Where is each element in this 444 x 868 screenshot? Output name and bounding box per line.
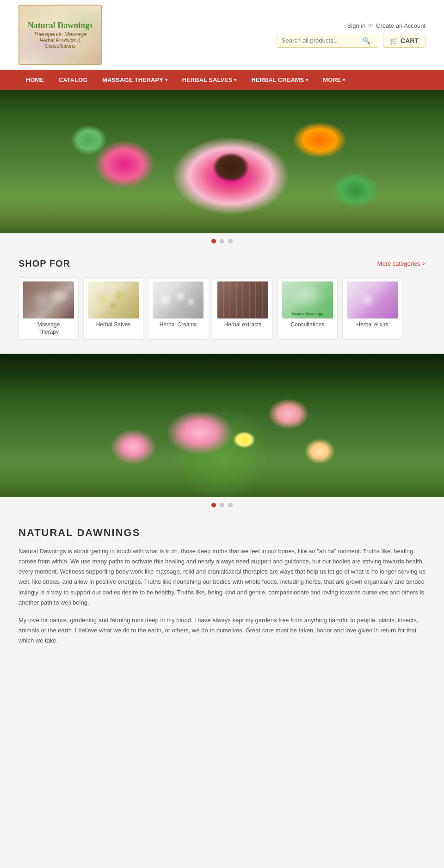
nav-item-salves[interactable]: HERBAL SALVES ▾ <box>175 70 244 90</box>
nav-creams-label: HERBAL CREAMS <box>251 76 304 83</box>
shop-grid: MassageTherapy Herbal Salves Herbal Crea… <box>18 277 426 340</box>
dot-1-3[interactable] <box>228 239 233 244</box>
shop-card-img-massage <box>23 281 74 318</box>
logo-subtitle3: Consultations <box>45 43 76 49</box>
shop-card-salves[interactable]: Herbal Salves <box>83 277 143 340</box>
search-cart-row: 🔍 🛒 CART <box>277 34 426 48</box>
cart-label: CART <box>401 37 419 44</box>
logo-subtitle1: Therapeutic Massage <box>33 31 86 37</box>
shop-card-consult[interactable]: Natural Dawnings Consultations <box>278 277 338 340</box>
hero-slider-2 <box>0 354 444 497</box>
search-input[interactable] <box>282 37 363 44</box>
nav-home-label: HOME <box>26 76 44 83</box>
search-icon[interactable]: 🔍 <box>363 37 370 44</box>
search-box: 🔍 <box>277 34 378 48</box>
shop-card-img-creams <box>153 281 204 318</box>
nav-item-catalog[interactable]: CATALOG <box>51 70 95 90</box>
auth-row: Sign in or Create an Account <box>347 22 426 29</box>
about-paragraph-2: My love for nature, gardening and farmin… <box>18 615 426 646</box>
cart-button[interactable]: 🛒 CART <box>383 34 426 48</box>
nav-item-creams[interactable]: HERBAL CREAMS ▾ <box>244 70 315 90</box>
dot-2-2[interactable] <box>220 503 224 507</box>
nav-item-more[interactable]: MORE ▾ <box>315 70 352 90</box>
nav-salves-label: HERBAL SALVES <box>182 76 233 83</box>
logo-subtitle2: Herbal Products & <box>39 37 80 43</box>
logo-title: Natural Dawnings <box>28 21 93 31</box>
nav-catalog-label: CATALOG <box>59 76 87 83</box>
dot-1-active[interactable] <box>211 239 216 244</box>
nav-massage-label: MASSAGE THERAPY <box>102 76 163 83</box>
create-account-link[interactable]: Create an Account <box>376 22 426 29</box>
nav-more-arrow: ▾ <box>343 77 345 82</box>
slider-dots-1 <box>0 233 444 249</box>
shop-card-massage[interactable]: MassageTherapy <box>18 277 79 340</box>
hero-slider <box>0 90 444 233</box>
shop-card-label-salves: Herbal Salves <box>96 321 131 329</box>
shop-card-img-elixirs <box>347 281 398 318</box>
more-categories-link[interactable]: More categories > <box>377 260 426 267</box>
auth-or: or <box>368 22 373 29</box>
dot-2-3[interactable] <box>228 503 233 507</box>
nav-creams-arrow: ▾ <box>306 77 308 82</box>
dot-2-active[interactable] <box>211 503 216 507</box>
shop-card-label-creams: Herbal Creams <box>160 321 197 329</box>
shop-card-label-elixirs: Herbal elixirs <box>356 321 388 329</box>
nav-massage-arrow: ▾ <box>165 77 167 82</box>
slider-dots-2 <box>0 497 444 513</box>
shop-card-label-massage: MassageTherapy <box>37 321 60 336</box>
shop-card-label-consult: Consultations <box>291 321 325 329</box>
shop-section: SHOP FOR More categories > MassageTherap… <box>0 249 444 354</box>
nav-item-home[interactable]: HOME <box>18 70 51 90</box>
shop-card-img-extracts <box>217 281 268 318</box>
dot-1-2[interactable] <box>220 239 224 244</box>
header: Natural Dawnings Therapeutic Massage Her… <box>0 0 444 70</box>
about-title: NATURAL DAWNINGS <box>18 527 426 539</box>
nav-salves-arrow: ▾ <box>234 77 236 82</box>
logo-area: Natural Dawnings Therapeutic Massage Her… <box>18 5 102 65</box>
signin-link[interactable]: Sign in <box>347 22 366 29</box>
shop-header: SHOP FOR More categories > <box>18 258 426 269</box>
logo-box: Natural Dawnings Therapeutic Massage Her… <box>18 5 102 65</box>
nav-more-label: MORE <box>323 76 341 83</box>
hero-image <box>0 90 444 233</box>
about-paragraph-1: Natural Dawnings is about getting in tou… <box>18 546 426 608</box>
shop-card-img-salves <box>88 281 139 318</box>
shop-card-extracts[interactable]: Herbal extracts <box>213 277 273 340</box>
shop-title: SHOP FOR <box>18 258 70 269</box>
hero2-image <box>0 354 444 497</box>
about-section: NATURAL DAWNINGS Natural Dawnings is abo… <box>0 513 444 669</box>
cart-icon: 🛒 <box>390 37 398 44</box>
header-right: Sign in or Create an Account 🔍 🛒 CART <box>277 22 426 48</box>
shop-card-label-extracts: Herbal extracts <box>224 321 262 329</box>
navigation: HOME CATALOG MASSAGE THERAPY ▾ HERBAL SA… <box>0 70 444 90</box>
shop-card-creams[interactable]: Herbal Creams <box>148 277 208 340</box>
nav-item-massage[interactable]: MASSAGE THERAPY ▾ <box>95 70 174 90</box>
shop-card-elixirs[interactable]: Herbal elixirs <box>342 277 402 340</box>
shop-card-img-consult: Natural Dawnings <box>282 281 333 318</box>
